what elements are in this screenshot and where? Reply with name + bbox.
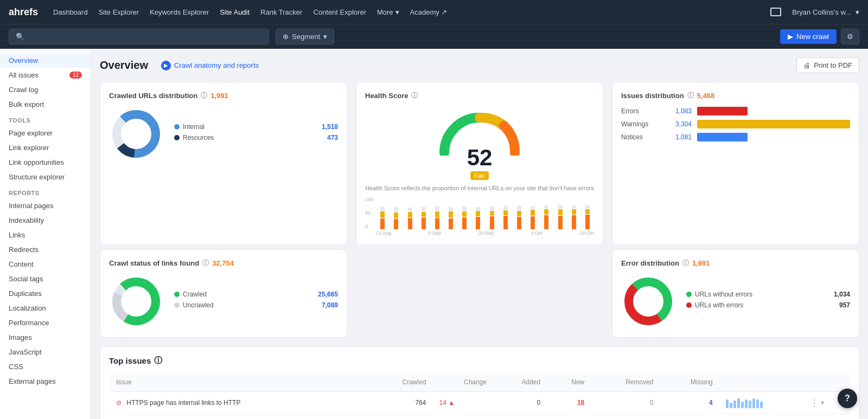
crawled-urls-card: Crawled URLs distribution ⓘ 1,991 bbox=[100, 82, 347, 245]
legend-crawled: Crawled 25,665 bbox=[174, 291, 338, 298]
monitor-icon bbox=[770, 8, 781, 16]
sidebar-item-duplicates[interactable]: Duplicates bbox=[0, 286, 91, 301]
col-removed: Removed bbox=[591, 373, 660, 392]
play-circle-icon: ▶ bbox=[161, 61, 171, 70]
info-icon-health: ⓘ bbox=[411, 91, 418, 100]
layout: Overview All issues12 Crawl log Bulk exp… bbox=[0, 49, 868, 419]
issue-added: 0 bbox=[493, 414, 547, 419]
legend-no-errors: URLs without errors 1,034 bbox=[686, 291, 850, 298]
cards-row-top: Crawled URLs distribution ⓘ 1,991 bbox=[100, 82, 859, 245]
issue-removed: 0 bbox=[591, 414, 660, 419]
top-issues-title: Top issues ⓘ bbox=[109, 356, 850, 366]
search-box[interactable]: 🔍 bbox=[9, 29, 269, 44]
sidebar-item-localization[interactable]: Localization bbox=[0, 301, 91, 315]
sidebar-item-redirects[interactable]: Redirects bbox=[0, 242, 91, 257]
page-title: Overview bbox=[100, 59, 148, 72]
sidebar-item-css[interactable]: CSS bbox=[0, 359, 91, 374]
nav-rank-tracker[interactable]: Rank Tracker bbox=[260, 8, 302, 16]
table-row: ⊘ HTTPS page has internal links to HTTP … bbox=[110, 392, 850, 414]
health-score-title: Health Score ⓘ bbox=[365, 91, 594, 100]
search-icon: 🔍 bbox=[16, 33, 24, 41]
col-issue: Issue bbox=[110, 373, 371, 392]
toolbar-right: ▶ New crawl ⚙ bbox=[780, 29, 859, 44]
new-crawl-button[interactable]: ▶ New crawl bbox=[780, 29, 837, 44]
sidebar-item-all-issues[interactable]: All issues12 bbox=[0, 68, 91, 82]
sidebar-item-content[interactable]: Content bbox=[0, 257, 91, 272]
user-menu[interactable]: Bryan Collins's w... ▾ bbox=[792, 8, 859, 16]
sidebar-item-overview[interactable]: Overview bbox=[0, 53, 91, 68]
crawl-anatomy-button[interactable]: ▶ Crawl anatomy and reports bbox=[161, 61, 259, 70]
error-dist-legend: URLs without errors 1,034 URLs with erro… bbox=[686, 291, 850, 312]
middle-placeholder bbox=[356, 249, 603, 338]
sidebar-item-crawl-log[interactable]: Crawl log bbox=[0, 82, 91, 97]
error-dist-donut-section: URLs without errors 1,034 URLs with erro… bbox=[621, 274, 850, 328]
expand-icon[interactable]: ▾ bbox=[821, 399, 824, 407]
help-button[interactable]: ? bbox=[838, 389, 857, 408]
crawled-urls-title: Crawled URLs distribution ⓘ 1,991 bbox=[109, 91, 338, 100]
col-missing: Missing bbox=[660, 373, 719, 392]
col-chart bbox=[719, 373, 803, 392]
search-input[interactable] bbox=[28, 33, 262, 41]
sidebar-item-indexability[interactable]: Indexability bbox=[0, 213, 91, 228]
crawled-urls-legend: Internal 1,518 Resources 473 bbox=[174, 123, 338, 145]
issue-name: ⊘ Canonical URL has no incoming internal… bbox=[110, 414, 371, 419]
issue-actions: ⋮ ▾ bbox=[803, 414, 850, 419]
sidebar-item-internal-pages[interactable]: Internal pages bbox=[0, 198, 91, 213]
top-nav: ahrefs Dashboard Site Explorer Keywords … bbox=[0, 0, 868, 24]
print-button[interactable]: 🖨 Print to PDF bbox=[796, 57, 859, 73]
error-donut-svg bbox=[621, 274, 675, 328]
info-icon-error: ⓘ bbox=[682, 259, 689, 268]
crawl-status-donut: Crawled 25,665 Uncrawled 7,089 bbox=[109, 274, 338, 328]
issue-removed: 0 bbox=[591, 392, 660, 414]
segment-button[interactable]: ⊕ Segment ▾ bbox=[276, 29, 334, 44]
nav-academy[interactable]: Academy ↗ bbox=[410, 8, 448, 16]
issue-missing: 0 bbox=[660, 414, 719, 419]
sidebar-section-reports: Reports bbox=[0, 184, 91, 198]
health-bar-chart: 100 50 0 23 Aug 6 Sep 20 Sep 4 Oct 18 Oc… bbox=[365, 197, 594, 236]
issues-table: Issue Crawled Change Added New Removed M… bbox=[109, 372, 850, 419]
sidebar-item-page-explorer[interactable]: Page explorer bbox=[0, 126, 91, 140]
sidebar-item-performance[interactable]: Performance bbox=[0, 315, 91, 330]
nav-site-explorer[interactable]: Site Explorer bbox=[99, 8, 139, 16]
crawl-status-title: Crawl status of links found ⓘ 32,754 bbox=[109, 259, 338, 268]
issue-name: ⊘ HTTPS page has internal links to HTTP bbox=[110, 392, 371, 414]
settings-button[interactable]: ⚙ bbox=[841, 29, 859, 44]
info-icon-top-issues: ⓘ bbox=[154, 356, 162, 366]
health-score-card: Health Score ⓘ 52 bbox=[356, 82, 603, 245]
gear-icon: ⚙ bbox=[847, 33, 853, 41]
nav-site-audit[interactable]: Site Audit bbox=[220, 8, 250, 16]
table-row: ⊘ Canonical URL has no incoming internal… bbox=[110, 414, 850, 419]
sidebar-item-bulk-export[interactable]: Bulk export bbox=[0, 97, 91, 112]
error-distribution-card: Error distribution ⓘ 1,991 UR bbox=[612, 249, 859, 338]
sidebar-item-link-opportunities[interactable]: Link opportunities bbox=[0, 155, 91, 170]
issue-new: 18 bbox=[547, 392, 591, 414]
sidebar-item-structure-explorer[interactable]: Structure explorer bbox=[0, 170, 91, 184]
sidebar-item-links[interactable]: Links bbox=[0, 228, 91, 242]
issue-change: 14 ▲ bbox=[432, 392, 493, 414]
sidebar: Overview All issues12 Crawl log Bulk exp… bbox=[0, 49, 91, 419]
nav-dashboard[interactable]: Dashboard bbox=[53, 8, 88, 16]
nav-content-explorer[interactable]: Content Explorer bbox=[313, 8, 366, 16]
crawled-urls-donut bbox=[109, 107, 163, 161]
info-icon-issues: ⓘ bbox=[687, 91, 694, 100]
issue-sparkline bbox=[719, 392, 803, 414]
sidebar-item-external-pages[interactable]: External pages bbox=[0, 374, 91, 389]
error-icon: ⊘ bbox=[116, 399, 122, 407]
legend-internal: Internal 1,518 bbox=[174, 123, 338, 131]
issue-crawled: 764 bbox=[371, 392, 433, 414]
col-change: Change bbox=[432, 373, 493, 392]
issues-distribution-card: Issues distribution ⓘ 5,468 Errors 1,083… bbox=[612, 82, 859, 245]
sidebar-section-tools: Tools bbox=[0, 112, 91, 126]
play-icon: ▶ bbox=[788, 33, 793, 41]
top-issues-section: Top issues ⓘ Issue Crawled Change Added … bbox=[100, 346, 859, 419]
sidebar-item-images[interactable]: Images bbox=[0, 330, 91, 345]
sidebar-item-social-tags[interactable]: Social tags bbox=[0, 272, 91, 286]
nav-keywords-explorer[interactable]: Keywords Explorer bbox=[150, 8, 209, 16]
nav-more[interactable]: More ▾ bbox=[377, 8, 399, 16]
issues-dist-rows: Errors 1,083 Warnings 3,304 bbox=[621, 107, 850, 141]
col-new: New bbox=[547, 373, 591, 392]
sidebar-item-link-explorer[interactable]: Link explorer bbox=[0, 140, 91, 155]
more-dots-icon[interactable]: ⋮ bbox=[810, 398, 819, 408]
issue-new: 0 bbox=[547, 414, 591, 419]
sidebar-item-javascript[interactable]: JavaScript bbox=[0, 345, 91, 359]
